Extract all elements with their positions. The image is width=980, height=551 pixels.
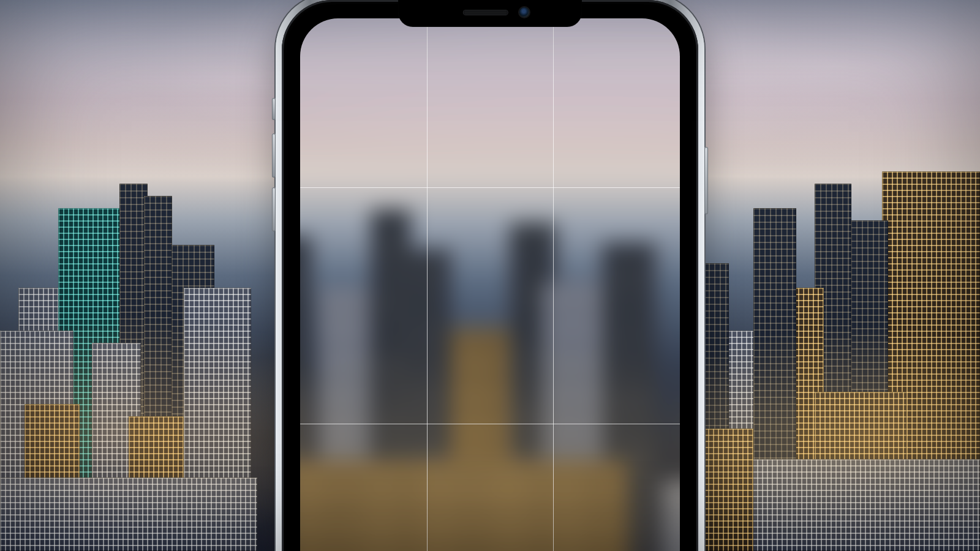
phone-mockup (276, 0, 704, 551)
front-camera-icon (519, 7, 529, 17)
earpiece-speaker-icon (464, 10, 508, 15)
mute-switch (272, 98, 276, 120)
skyline-left (0, 159, 257, 551)
phone-notch (398, 0, 582, 27)
volume-up-button (272, 133, 276, 178)
volume-down-button (272, 187, 276, 231)
camera-viewfinder[interactable] (300, 18, 680, 551)
power-button (704, 147, 708, 214)
phone-bezel (282, 0, 698, 551)
viewfinder-scene (300, 18, 680, 551)
